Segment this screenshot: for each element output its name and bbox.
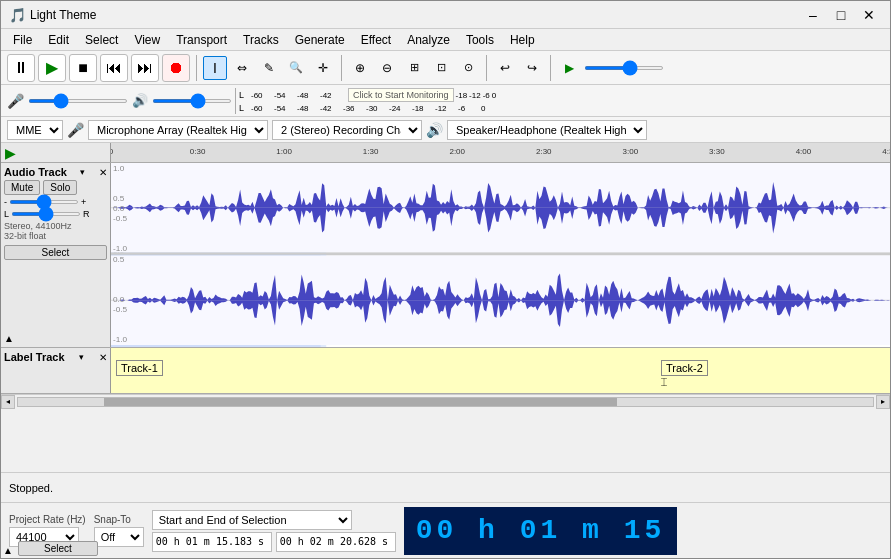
solo-button[interactable]: Solo bbox=[43, 180, 77, 195]
zoom-tool-button[interactable]: 🔍 bbox=[284, 56, 308, 80]
menu-item-generate[interactable]: Generate bbox=[287, 31, 353, 49]
snap-to-select[interactable]: Off bbox=[94, 527, 144, 547]
stop-button[interactable]: ■ bbox=[69, 54, 97, 82]
scroll-track[interactable] bbox=[17, 397, 874, 407]
forward-button[interactable]: ⏭ bbox=[131, 54, 159, 82]
timeline-ruler[interactable]: 00:301:001:302:002:303:003:304:004:30 bbox=[111, 143, 890, 162]
undo-button[interactable]: ↩ bbox=[493, 56, 517, 80]
playback-speed-slider[interactable] bbox=[584, 66, 664, 70]
ruler-tick: 2:00 bbox=[449, 147, 465, 156]
horizontal-scrollbar[interactable]: ◂ ▸ bbox=[1, 394, 890, 408]
pan-slider[interactable] bbox=[11, 212, 81, 216]
label-track-collapse[interactable]: ▾ bbox=[79, 352, 84, 362]
svg-text:0.5: 0.5 bbox=[113, 194, 125, 203]
tracks-container: Audio Track ▾ ✕ Mute Solo - + L bbox=[1, 163, 890, 472]
snap-to-label: Snap-To bbox=[94, 514, 144, 525]
vu-meter-toolbar: 🎤 🔊 L -60 -54 -48 -42 Click to Start Mon… bbox=[1, 85, 890, 117]
zoom-extra-button[interactable]: ⊙ bbox=[456, 56, 480, 80]
menu-item-file[interactable]: File bbox=[5, 31, 40, 49]
menu-item-effect[interactable]: Effect bbox=[353, 31, 399, 49]
audio-track-select-button[interactable]: Select bbox=[4, 245, 107, 260]
record-button[interactable]: ⏺ bbox=[162, 54, 190, 82]
audio-track-meta: Stereo, 44100Hz 32-bit float bbox=[4, 221, 107, 241]
svg-text:0.5: 0.5 bbox=[113, 256, 125, 265]
scroll-thumb[interactable] bbox=[104, 398, 617, 406]
bottom-bar: Project Rate (Hz) 44100 Snap-To Off Star… bbox=[1, 502, 890, 558]
input-gain-slider[interactable] bbox=[28, 99, 128, 103]
selection-tool-button[interactable]: I bbox=[203, 56, 227, 80]
mute-button[interactable]: Mute bbox=[4, 180, 40, 195]
time-display-value: 00 h 01 m 15 bbox=[416, 515, 666, 546]
maximize-button[interactable]: □ bbox=[828, 5, 854, 25]
titlebar-controls: – □ ✕ bbox=[800, 5, 882, 25]
selection-end-field[interactable] bbox=[276, 532, 396, 552]
label-track-1: Track-1 bbox=[116, 360, 163, 376]
selection-start-field[interactable] bbox=[152, 532, 272, 552]
click-to-start-monitoring-button[interactable]: Click to Start Monitoring bbox=[348, 88, 454, 102]
vu-scale-labels: -60 -54 -48 -42 bbox=[251, 91, 342, 100]
selection-group: Start and End of Selection bbox=[152, 510, 396, 552]
time-display: 00 h 01 m 15 bbox=[404, 507, 678, 555]
svg-text:0.0: 0.0 bbox=[113, 295, 125, 304]
play-button[interactable]: ▶ bbox=[38, 54, 66, 82]
mute-solo-row: Mute Solo bbox=[4, 180, 107, 195]
menu-item-analyze[interactable]: Analyze bbox=[399, 31, 458, 49]
audio-track-info: Audio Track ▾ ✕ Mute Solo - + L bbox=[1, 163, 111, 347]
speaker-icon: 🔊 bbox=[132, 93, 148, 108]
app-window: 🎵 Light Theme – □ ✕ FileEditSelectViewTr… bbox=[0, 0, 891, 559]
menu-item-help[interactable]: Help bbox=[502, 31, 543, 49]
audio-waveform-area[interactable]: 1.0 0.5 0.0 -0.5 -1.0 0.5 0.0 -0.5 -1.0 … bbox=[111, 163, 890, 347]
audio-track-close[interactable]: ✕ bbox=[99, 167, 107, 178]
label-track-2: Track-2 bbox=[661, 360, 708, 376]
menubar: FileEditSelectViewTransportTracksGenerat… bbox=[1, 29, 890, 51]
envelope-tool-button[interactable]: ⇔ bbox=[230, 56, 254, 80]
mic-device-select[interactable]: Microphone Array (Realtek High bbox=[88, 120, 268, 140]
audio-track-expand-icon[interactable]: ▲ bbox=[4, 333, 14, 344]
host-select[interactable]: MME bbox=[7, 120, 63, 140]
pencil-tool-button[interactable]: ✎ bbox=[257, 56, 281, 80]
zoom-fit-button[interactable]: ⊞ bbox=[402, 56, 426, 80]
selection-type-select[interactable]: Start and End of Selection bbox=[152, 510, 352, 530]
redo-button[interactable]: ↪ bbox=[520, 56, 544, 80]
label-track-content[interactable]: Track-1 Track-2 ⌶ bbox=[111, 348, 890, 393]
speaker-device-select[interactable]: Speaker/Headphone (Realtek High bbox=[447, 120, 647, 140]
snap-to-group: Snap-To Off bbox=[94, 514, 144, 547]
menu-item-view[interactable]: View bbox=[126, 31, 168, 49]
zoom-sel-button[interactable]: ⊡ bbox=[429, 56, 453, 80]
device-toolbar: MME 🎤 Microphone Array (Realtek High 2 (… bbox=[1, 117, 890, 143]
status-bar: Stopped. bbox=[1, 472, 890, 502]
label-track-close[interactable]: ✕ bbox=[99, 352, 107, 363]
svg-text:-1.0: -1.0 bbox=[113, 244, 128, 253]
menu-item-tracks[interactable]: Tracks bbox=[235, 31, 287, 49]
channels-select[interactable]: 2 (Stereo) Recording Cha... bbox=[272, 120, 422, 140]
menu-item-edit[interactable]: Edit bbox=[40, 31, 77, 49]
scroll-left-button[interactable]: ◂ bbox=[1, 395, 15, 409]
vu-l-label: L bbox=[239, 90, 249, 100]
gain-slider[interactable] bbox=[9, 200, 79, 204]
zoom-in-button[interactable]: ⊕ bbox=[348, 56, 372, 80]
rewind-button[interactable]: ⏮ bbox=[100, 54, 128, 82]
menu-item-select[interactable]: Select bbox=[77, 31, 126, 49]
status-text: Stopped. bbox=[9, 482, 53, 494]
multi-tool-button[interactable]: ✛ bbox=[311, 56, 335, 80]
audio-track-collapse[interactable]: ▾ bbox=[80, 167, 85, 177]
menu-item-tools[interactable]: Tools bbox=[458, 31, 502, 49]
ruler-tick: 4:30 bbox=[882, 147, 890, 156]
app-title: Light Theme bbox=[30, 8, 800, 22]
ruler-tick: 1:00 bbox=[276, 147, 292, 156]
menu-item-transport[interactable]: Transport bbox=[168, 31, 235, 49]
ruler-tick: 0 bbox=[111, 147, 113, 156]
ruler-tick: 0:30 bbox=[190, 147, 206, 156]
zoom-out-button[interactable]: ⊖ bbox=[375, 56, 399, 80]
minimize-button[interactable]: – bbox=[800, 5, 826, 25]
close-button[interactable]: ✕ bbox=[856, 5, 882, 25]
svg-text:-0.5: -0.5 bbox=[113, 305, 128, 314]
timeline-header-spacer: ▶ bbox=[1, 143, 111, 162]
svg-text:1.0: 1.0 bbox=[113, 164, 125, 173]
vu-row-l: L -60 -54 -48 -42 Click to Start Monitor… bbox=[239, 88, 496, 102]
output-gain-slider[interactable] bbox=[152, 99, 232, 103]
play-at-speed-button[interactable]: ▶ bbox=[557, 56, 581, 80]
pause-button[interactable]: ⏸ bbox=[7, 54, 35, 82]
waveform-canvas: 1.00.50.0-0.5-1.00.50.0-0.5-1.0 bbox=[111, 163, 890, 347]
scroll-right-button[interactable]: ▸ bbox=[876, 395, 890, 409]
